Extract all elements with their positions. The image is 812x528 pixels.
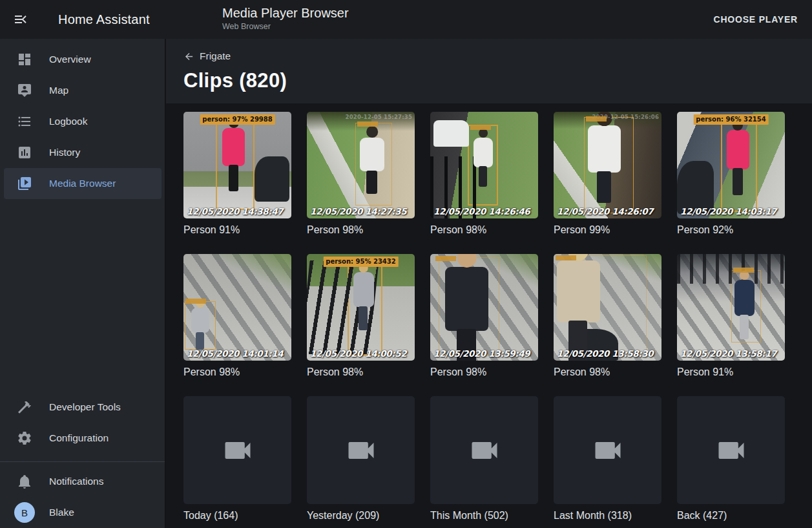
sidebar-item-configuration[interactable]: Configuration bbox=[4, 423, 161, 454]
clip-thumbnail: 12/05/2020 13:59:49 bbox=[430, 254, 538, 361]
clip-item[interactable]: person: 97% 2998812/05/2020 14:38:47Pers… bbox=[183, 112, 291, 236]
gear-icon bbox=[17, 430, 32, 446]
clip-item[interactable]: person: 95% 2343212/05/2020 14:00:52Pers… bbox=[307, 254, 415, 378]
sidebar-item-map[interactable]: Map bbox=[4, 75, 161, 106]
app-root: Home Assistant Media Player Browser Web … bbox=[0, 0, 812, 528]
person-figure bbox=[474, 138, 493, 167]
video-icon bbox=[468, 434, 501, 467]
clip-thumbnail: person: 97% 2998812/05/2020 14:38:47 bbox=[183, 112, 291, 218]
folder-thumbnail bbox=[430, 396, 538, 504]
menu-open-icon bbox=[13, 12, 28, 27]
video-icon bbox=[344, 434, 378, 467]
tooltip-account-icon bbox=[17, 83, 32, 98]
sidebar-item-media-browser[interactable]: Media Browser bbox=[4, 168, 161, 199]
folder-thumbnail bbox=[554, 396, 661, 504]
clip-timestamp: 12/05/2020 13:58:30 bbox=[557, 350, 653, 359]
clip-caption: Person 92% bbox=[677, 224, 785, 236]
sidebar-item-logbook[interactable]: Logbook bbox=[4, 106, 161, 137]
clip-timestamp: 12/05/2020 14:03:17 bbox=[680, 207, 776, 216]
sidebar-item-label: Notifications bbox=[49, 476, 103, 487]
sidebar-toggle-button[interactable] bbox=[5, 4, 36, 35]
page-section-title: Clips (820) bbox=[183, 69, 796, 92]
detection-label-small bbox=[185, 299, 206, 304]
person-figure bbox=[734, 280, 755, 316]
app-title: Home Assistant bbox=[58, 12, 150, 27]
clip-thumbnail: 2020-12-05 15:26:0612/05/2020 14:26:07 bbox=[554, 112, 661, 218]
clip-item[interactable]: 12/05/2020 14:01:14Person 98% bbox=[183, 254, 291, 378]
video-icon bbox=[714, 434, 748, 467]
sidebar-item-profile[interactable]: B Blake bbox=[4, 497, 161, 528]
clip-timestamp: 12/05/2020 14:01:14 bbox=[187, 350, 283, 359]
folder-item-yesterday-209[interactable]: Yesterday (209) bbox=[307, 396, 415, 522]
clip-caption: Person 91% bbox=[183, 224, 291, 236]
clip-item[interactable]: 2020-12-05 15:27:3512/05/2020 14:27:35Pe… bbox=[307, 112, 415, 236]
sidebar-footer-items: NotificationsB Blake bbox=[0, 466, 165, 528]
folder-item-today-164[interactable]: Today (164) bbox=[183, 396, 291, 522]
clip-item[interactable]: 12/05/2020 13:59:49Person 98% bbox=[430, 254, 538, 378]
clip-thumbnail: 2020-12-05 15:27:3512/05/2020 14:27:35 bbox=[307, 112, 415, 218]
folder-item-this-month-502[interactable]: This Month (502) bbox=[430, 396, 538, 522]
page-title: Media Player Browser bbox=[222, 6, 349, 21]
breadcrumb-back[interactable]: Frigate bbox=[183, 50, 231, 62]
main-content: Frigate Clips (820) person: 97% 2998812/… bbox=[166, 39, 812, 528]
sidebar-secondary-items: Developer ToolsConfiguration bbox=[0, 392, 165, 454]
clip-timestamp: 12/05/2020 13:59:49 bbox=[433, 350, 530, 359]
folder-thumbnail bbox=[307, 396, 415, 504]
clip-item[interactable]: 12/05/2020 14:26:46Person 98% bbox=[430, 112, 538, 236]
sidebar-item-developer-tools[interactable]: Developer Tools bbox=[4, 392, 161, 423]
profile-label: Blake bbox=[49, 507, 74, 518]
arrow-left-icon bbox=[183, 51, 194, 62]
clip-caption: Person 98% bbox=[430, 366, 538, 378]
detection-label: person: 95% 23432 bbox=[323, 257, 399, 267]
clip-item[interactable]: 12/05/2020 13:58:17Person 91% bbox=[677, 254, 785, 378]
detection-label-small bbox=[435, 256, 456, 261]
folder-label: Today (164) bbox=[183, 510, 291, 522]
sidebar-divider bbox=[0, 461, 165, 462]
hammer-icon bbox=[17, 399, 32, 415]
scene-prop bbox=[255, 156, 289, 201]
clip-item[interactable]: 2020-12-05 15:26:0612/05/2020 14:26:07Pe… bbox=[554, 112, 661, 236]
clip-thumbnail: 12/05/2020 14:26:46 bbox=[430, 112, 538, 218]
folder-item-last-month-318[interactable]: Last Month (318) bbox=[554, 396, 661, 522]
clip-caption: Person 98% bbox=[183, 366, 291, 378]
person-figure bbox=[360, 138, 384, 172]
choose-player-button[interactable]: CHOOSE PLAYER bbox=[714, 14, 798, 25]
clip-caption: Person 98% bbox=[307, 224, 415, 236]
folder-label: Back (427) bbox=[677, 510, 785, 522]
clip-timestamp: 12/05/2020 14:26:46 bbox=[433, 207, 530, 216]
sidebar-item-overview[interactable]: Overview bbox=[4, 44, 161, 75]
sidebar-item-label: Media Browser bbox=[49, 178, 116, 189]
list-icon bbox=[17, 114, 32, 129]
person-figure bbox=[557, 260, 600, 322]
person-figure bbox=[727, 130, 749, 169]
breadcrumb-label: Frigate bbox=[200, 50, 231, 62]
clip-caption: Person 98% bbox=[554, 366, 661, 378]
clip-timestamp: 12/05/2020 13:58:17 bbox=[680, 350, 776, 359]
folder-label: This Month (502) bbox=[430, 510, 538, 522]
sidebar: OverviewMapLogbookHistoryMedia Browser D… bbox=[0, 39, 165, 528]
clip-thumbnail: 12/05/2020 13:58:30 bbox=[554, 254, 661, 361]
avatar: B bbox=[14, 502, 35, 523]
clip-caption: Person 91% bbox=[677, 366, 785, 378]
sidebar-item-label: Map bbox=[49, 85, 68, 96]
clip-caption: Person 98% bbox=[307, 366, 415, 378]
sidebar-item-history[interactable]: History bbox=[4, 137, 161, 168]
detection-label-small bbox=[556, 255, 576, 260]
clip-item[interactable]: 12/05/2020 13:58:30Person 98% bbox=[554, 254, 661, 378]
sidebar-main-items: OverviewMapLogbookHistoryMedia Browser bbox=[0, 44, 165, 199]
camera-osd-text: 2020-12-05 15:27:35 bbox=[346, 114, 412, 120]
video-icon bbox=[591, 434, 625, 467]
chart-box-icon bbox=[17, 145, 32, 160]
sidebar-item-label: History bbox=[49, 147, 80, 158]
content-header: Frigate Clips (820) bbox=[166, 39, 812, 103]
person-figure bbox=[191, 308, 209, 333]
person-figure bbox=[353, 272, 374, 307]
sidebar-item-label: Developer Tools bbox=[49, 401, 121, 413]
folder-item-back-427[interactable]: Back (427) bbox=[677, 396, 785, 522]
clip-timestamp: 12/05/2020 14:00:52 bbox=[310, 350, 406, 359]
video-icon bbox=[221, 434, 255, 467]
sidebar-item-notifications[interactable]: Notifications bbox=[4, 466, 161, 497]
page-subtitle: Web Browser bbox=[222, 22, 349, 31]
clip-item[interactable]: person: 96% 3215412/05/2020 14:03:17Pers… bbox=[677, 112, 785, 236]
person-figure bbox=[588, 125, 620, 173]
